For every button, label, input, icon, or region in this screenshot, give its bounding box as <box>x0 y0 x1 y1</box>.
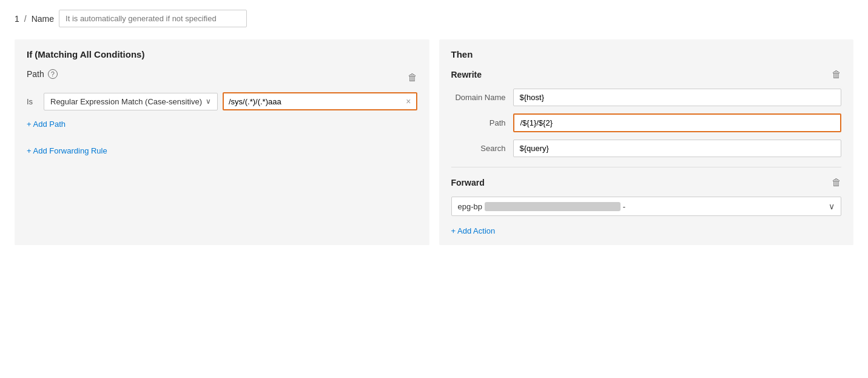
add-forwarding-rule-link[interactable]: + Add Forwarding Rule <box>27 146 107 155</box>
clear-path-icon[interactable]: × <box>406 96 411 106</box>
add-rule-plus-icon: + <box>27 146 32 155</box>
forward-chevron-icon: ∨ <box>829 201 835 211</box>
path-value-input[interactable] <box>229 97 403 106</box>
add-path-label: Add Path <box>33 120 66 129</box>
condition-path-label: Path ? <box>27 69 58 79</box>
rule-name-input[interactable] <box>59 10 247 27</box>
select-arrow-icon: ∨ <box>206 97 211 106</box>
header-slash: / <box>24 14 27 24</box>
domain-name-label: Domain Name <box>451 93 506 102</box>
forward-blurred-name <box>485 202 621 211</box>
is-label: Is <box>27 97 39 106</box>
search-input[interactable] <box>513 140 842 157</box>
header-row: 1 / Name <box>15 10 853 27</box>
rewrite-path-label: Path <box>451 118 506 127</box>
main-columns: If (Matching All Conditions) Path ? 🗑 Is… <box>15 39 853 245</box>
rule-number: 1 <box>15 14 19 24</box>
search-row: Search <box>451 140 842 157</box>
domain-name-input[interactable] <box>513 89 842 106</box>
rewrite-header: Rewrite 🗑 <box>451 69 842 80</box>
add-path-link[interactable]: + Add Path <box>27 120 66 129</box>
path-condition-block: Path ? 🗑 Is Regular Expression Match (Ca… <box>27 69 417 155</box>
if-panel: If (Matching All Conditions) Path ? 🗑 Is… <box>15 39 429 245</box>
add-action-link[interactable]: + Add Action <box>451 226 496 235</box>
forward-backend-select[interactable]: epg-bp - ∨ <box>451 197 842 216</box>
condition-is-row: Is Regular Expression Match (Case-sensit… <box>27 92 417 110</box>
add-rule-label: Add Forwarding Rule <box>33 146 107 155</box>
forward-header: Forward 🗑 <box>451 177 842 188</box>
rewrite-path-row: Path <box>451 113 842 132</box>
match-type-value: Regular Expression Match (Case-sensitive… <box>50 97 202 106</box>
add-action-plus-icon: + <box>451 226 456 235</box>
rewrite-delete-button[interactable]: 🗑 <box>832 69 841 80</box>
forward-suffix: - <box>623 202 625 211</box>
then-panel-title: Then <box>451 49 842 59</box>
forward-delete-button[interactable]: 🗑 <box>832 177 841 188</box>
section-divider <box>451 167 842 167</box>
name-label: Name <box>32 14 54 24</box>
search-label: Search <box>451 144 506 153</box>
match-type-select[interactable]: Regular Expression Match (Case-sensitive… <box>44 93 218 110</box>
rewrite-path-input[interactable] <box>513 113 842 132</box>
condition-delete-button[interactable]: 🗑 <box>408 72 417 83</box>
path-label-text: Path <box>27 69 44 79</box>
forward-section: Forward 🗑 epg-bp - ∨ <box>451 177 842 235</box>
help-icon[interactable]: ? <box>48 69 58 79</box>
condition-header: Path ? 🗑 <box>27 69 417 86</box>
if-panel-title: If (Matching All Conditions) <box>27 49 417 59</box>
forward-prefix: epg-bp <box>458 202 482 211</box>
add-action-label: Add Action <box>457 226 495 235</box>
rewrite-section: Rewrite 🗑 Domain Name Path Search <box>451 69 842 157</box>
then-panel: Then Rewrite 🗑 Domain Name Path <box>439 39 854 245</box>
add-path-plus-icon: + <box>27 120 32 129</box>
forward-select-text: epg-bp - <box>458 202 829 211</box>
path-value-input-wrapper: × <box>223 92 417 110</box>
forward-title: Forward <box>451 178 485 187</box>
rewrite-title: Rewrite <box>451 70 482 79</box>
domain-name-row: Domain Name <box>451 89 842 106</box>
